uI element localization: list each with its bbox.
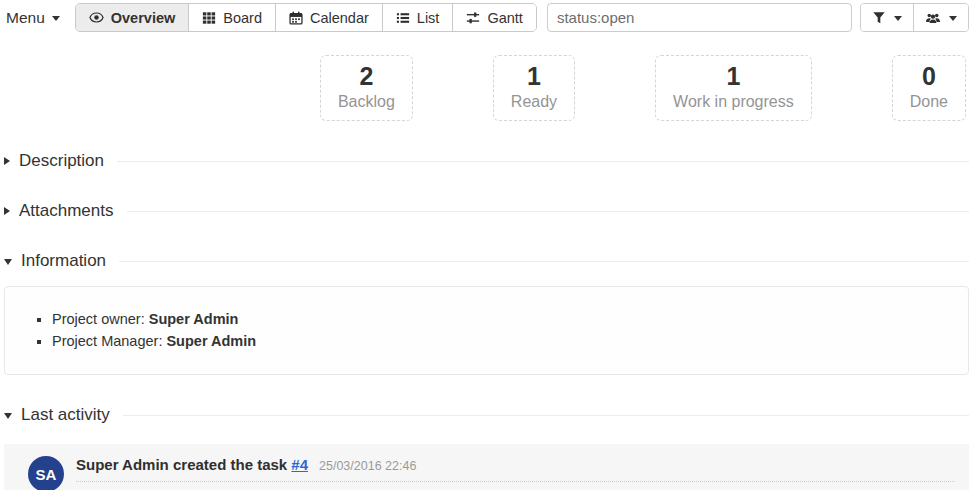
- stat-box-work-in-progress: 1 Work in progress: [655, 55, 812, 121]
- activity-title-text: Super Admin created the task: [76, 456, 287, 473]
- info-label: Project Manager:: [52, 333, 166, 349]
- list-item: Project Manager: Super Admin: [52, 330, 958, 352]
- info-value: Super Admin: [166, 333, 256, 349]
- section-title: Information: [21, 251, 106, 271]
- stat-count: 1: [511, 61, 557, 92]
- users-icon: [925, 11, 941, 25]
- stat-label: Done: [910, 93, 948, 111]
- tab-overview-label: Overview: [111, 10, 176, 26]
- menu-dropdown-button[interactable]: Menu: [4, 5, 62, 31]
- tab-board-label: Board: [223, 10, 262, 26]
- users-dropdown-button[interactable]: [914, 4, 968, 31]
- stat-count: 0: [910, 61, 948, 92]
- list-icon: [396, 11, 410, 25]
- stat-box-done: 0 Done: [892, 55, 966, 121]
- divider: [119, 261, 969, 262]
- stat-label: Backlog: [338, 93, 395, 111]
- chevron-right-icon: [4, 157, 10, 165]
- grid-icon: [202, 11, 216, 25]
- info-value: Super Admin: [149, 311, 239, 327]
- tab-list-label: List: [417, 10, 440, 26]
- filter-button-group: [860, 3, 969, 32]
- divider: [117, 161, 969, 162]
- list-item: Project owner: Super Admin: [52, 308, 958, 330]
- tab-list[interactable]: List: [383, 4, 454, 31]
- sliders-icon: [466, 11, 480, 25]
- section-title: Last activity: [21, 405, 110, 425]
- stat-label: Work in progress: [673, 93, 794, 111]
- caret-down-icon: [894, 16, 902, 21]
- activity-event: SA Super Admin created the task #4 25/03…: [4, 444, 969, 490]
- stat-count: 1: [673, 61, 794, 92]
- activity-title-row: Super Admin created the task #4 25/03/20…: [76, 456, 955, 482]
- chevron-down-icon: [4, 413, 12, 419]
- tab-board[interactable]: Board: [189, 4, 276, 31]
- tab-calendar[interactable]: Calendar: [276, 4, 383, 31]
- tab-overview[interactable]: Overview: [76, 4, 190, 31]
- search-input[interactable]: [547, 3, 852, 32]
- funnel-icon: [872, 11, 886, 25]
- section-header-description[interactable]: Description: [4, 151, 969, 171]
- section-header-last-activity[interactable]: Last activity: [4, 405, 969, 425]
- section-header-attachments[interactable]: Attachments: [4, 201, 969, 221]
- column-stats-row: 2 Backlog 1 Ready 1 Work in progress 0 D…: [4, 55, 966, 121]
- eye-icon: [89, 10, 104, 25]
- tab-gantt-label: Gantt: [487, 10, 522, 26]
- toolbar: Menu Overview Board Calendar: [4, 3, 969, 32]
- activity-title: Super Admin created the task #4: [76, 456, 308, 473]
- stat-count: 2: [338, 61, 395, 92]
- task-link[interactable]: #4: [291, 456, 308, 473]
- activity-content: Super Admin created the task #4 25/03/20…: [76, 456, 955, 490]
- divider: [123, 415, 969, 416]
- caret-down-icon: [52, 16, 60, 21]
- section-title: Description: [19, 151, 104, 171]
- tab-gantt[interactable]: Gantt: [453, 4, 535, 31]
- view-switcher: Overview Board Calendar List: [75, 3, 537, 32]
- tab-calendar-label: Calendar: [310, 10, 369, 26]
- information-panel: Project owner: Super Admin Project Manag…: [4, 286, 969, 375]
- information-list: Project owner: Super Admin Project Manag…: [15, 308, 958, 352]
- divider: [127, 211, 970, 212]
- menu-label: Menu: [6, 9, 45, 27]
- avatar: SA: [28, 456, 64, 490]
- calendar-icon: [289, 11, 303, 25]
- stat-box-backlog: 2 Backlog: [320, 55, 413, 121]
- info-label: Project owner:: [52, 311, 149, 327]
- stat-box-ready: 1 Ready: [493, 55, 575, 121]
- project-overview-page: Menu Overview Board Calendar: [0, 0, 973, 490]
- chevron-right-icon: [4, 207, 10, 215]
- section-title: Attachments: [19, 201, 114, 221]
- chevron-down-icon: [4, 259, 12, 265]
- filter-dropdown-button[interactable]: [861, 4, 914, 31]
- caret-down-icon: [949, 16, 957, 21]
- activity-timestamp: 25/03/2016 22:46: [319, 459, 416, 473]
- section-header-information[interactable]: Information: [4, 251, 969, 271]
- stat-label: Ready: [511, 93, 557, 111]
